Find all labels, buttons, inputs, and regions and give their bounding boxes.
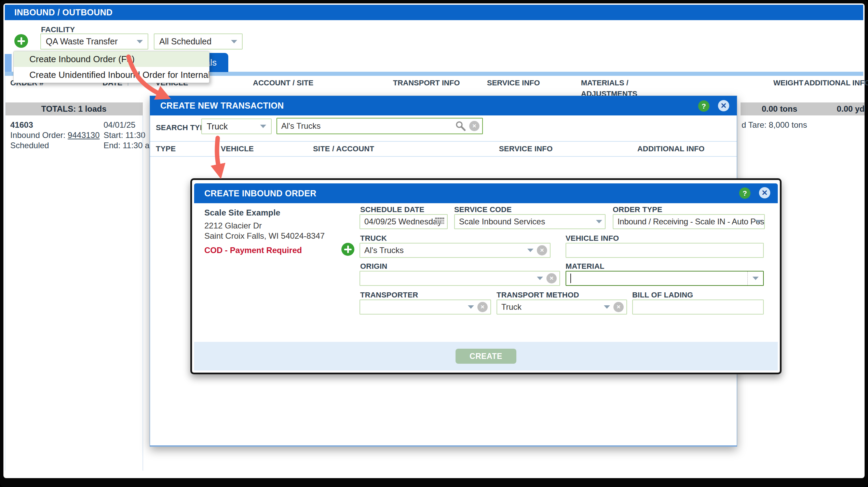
chevron-down-icon [537, 277, 543, 280]
transaction-modal-header[interactable]: CREATE NEW TRANSACTION [150, 96, 737, 115]
schedule-date-label: SCHEDULE DATE [360, 205, 424, 214]
menu-item-create-unidentified-inbound-order[interactable]: Create Unidentified Inbound Order for In… [14, 67, 209, 83]
transporter-select[interactable]: ✕ [360, 300, 491, 315]
schedule-date-field[interactable]: 04/09/25 Wednesday [360, 214, 448, 229]
inbound-modal-footer: CREATE [194, 342, 778, 371]
search-type-value: Truck [207, 122, 228, 131]
facility-select[interactable]: QA Waste Transfer [40, 33, 148, 50]
material-combobox[interactable] [566, 271, 764, 286]
txn-col-additional-info: ADDITIONAL INFO [637, 144, 705, 153]
site-address-line1: 2212 Glacier Dr [204, 221, 262, 231]
schedule-filter-value: All Scheduled [159, 37, 212, 46]
plus-icon [17, 37, 25, 45]
txn-col-vehicle: VEHICLE [221, 144, 254, 153]
clear-truck-icon[interactable]: ✕ [537, 245, 547, 255]
chevron-down-icon [604, 305, 610, 309]
inbound-order-link[interactable]: 9443130 [68, 130, 99, 140]
bill-of-lading-label: BILL OF LADING [632, 291, 693, 300]
order-type-label: ORDER TYPE [613, 205, 662, 214]
site-name: Scale Site Example [204, 208, 280, 218]
order-start-time: Start: 11:30 [104, 130, 145, 140]
close-button[interactable]: ✕ [718, 100, 729, 111]
clear-transport-method-icon[interactable]: ✕ [613, 302, 624, 312]
add-order-button[interactable] [14, 34, 28, 48]
search-icon[interactable] [456, 121, 466, 131]
col-account-site[interactable]: ACCOUNT / SITE [253, 79, 313, 87]
col-materials[interactable]: MATERIALS / [581, 79, 628, 87]
chevron-down-icon [596, 220, 602, 223]
origin-select[interactable]: ✕ [360, 271, 560, 286]
bill-of-lading-input[interactable] [632, 300, 764, 315]
material-label: MATERIAL [566, 262, 605, 271]
origin-label: ORIGIN [360, 262, 387, 271]
add-order-context-menu: Create Inbound Order (F5) Create Unident… [13, 51, 209, 83]
totals-label: TOTALS: 1 loads [41, 104, 106, 114]
col-weight[interactable]: WEIGHT [773, 79, 803, 87]
help-button[interactable]: ? [739, 187, 750, 199]
txn-col-service-info: SERVICE INFO [499, 144, 553, 153]
plus-icon [344, 246, 352, 253]
close-button[interactable]: ✕ [759, 187, 770, 198]
window-left-border [5, 76, 5, 471]
totals-yards: 0.00 yd [837, 104, 865, 114]
chevron-down-icon [231, 40, 237, 43]
totals-tons: 0.00 tons [762, 104, 797, 114]
chevron-down-icon [752, 277, 759, 280]
cod-warning: COD - Payment Required [204, 246, 302, 255]
vehicle-info-label: VEHICLE INFO [566, 234, 619, 243]
transaction-modal-title: CREATE NEW TRANSACTION [150, 101, 284, 111]
transport-method-value: Truck [501, 302, 521, 312]
inbound-modal-title: CREATE INBOUND ORDER [194, 189, 316, 198]
tare-info-partial: d Tare: 8,000 tons [742, 120, 807, 130]
calendar-icon[interactable] [435, 218, 444, 226]
chevron-down-icon [468, 305, 474, 309]
txn-col-site-account: SITE / ACCOUNT [313, 144, 374, 153]
help-button[interactable]: ? [698, 100, 709, 112]
service-code-value: Scale Inbound Services [459, 217, 545, 226]
clear-origin-icon[interactable]: ✕ [546, 273, 557, 283]
chevron-down-icon [755, 220, 761, 223]
facility-select-value: QA Waste Transfer [46, 37, 118, 46]
truck-select[interactable]: Al's Trucks ✕ [360, 243, 551, 258]
col-service-info[interactable]: SERVICE INFO [487, 79, 540, 87]
order-date: 04/01/25 [104, 120, 135, 130]
add-truck-button[interactable] [341, 243, 354, 256]
schedule-filter-select[interactable]: All Scheduled [154, 33, 243, 50]
order-type-select[interactable]: Inbound / Receiving - Scale IN - Auto Po… [613, 214, 765, 229]
truck-label: TRUCK [360, 234, 387, 243]
inbound-order-label: Inbound Order: [10, 130, 68, 140]
material-dropdown-zone[interactable] [747, 272, 763, 285]
divider [150, 141, 737, 142]
chevron-down-icon [137, 40, 143, 43]
menu-item-create-inbound-order[interactable]: Create Inbound Order (F5) [14, 51, 209, 67]
service-code-select[interactable]: Scale Inbound Services [454, 214, 606, 229]
page-title: INBOUND / OUTBOUND [5, 8, 112, 17]
list-panel-divider [143, 115, 143, 471]
application-window: INBOUND / OUTBOUND FACILITY QA Waste Tra… [0, 0, 868, 487]
txn-col-type: TYPE [156, 144, 176, 153]
text-cursor [570, 274, 571, 283]
facility-label: FACILITY [41, 25, 75, 34]
partial-tab[interactable] [5, 54, 12, 72]
chevron-down-icon [527, 249, 533, 252]
totals-weights-bar: 0.00 tons 0.00 yd [741, 102, 865, 115]
vehicle-info-input[interactable] [566, 243, 764, 258]
col-additional-info[interactable]: ADDITIONAL INFO [804, 79, 868, 87]
schedule-date-value: 04/09/25 Wednesday [364, 217, 442, 226]
search-input-value: Al's Trucks [281, 121, 321, 131]
site-address-line2: Saint Croix Falls, WI 54024-8347 [204, 231, 325, 241]
inbound-order-line: Inbound Order: 9443130 [10, 130, 100, 140]
truck-value: Al's Trucks [364, 246, 404, 255]
vehicle-search-input[interactable]: Al's Trucks ✕ [276, 118, 483, 134]
clear-transporter-icon[interactable]: ✕ [477, 302, 488, 312]
inbound-modal-header[interactable]: CREATE INBOUND ORDER [194, 183, 778, 203]
search-type-select[interactable]: Truck [201, 119, 272, 134]
col-transport-info[interactable]: TRANSPORT INFO [393, 79, 460, 87]
chevron-down-icon [260, 125, 266, 128]
transport-method-label: TRANSPORT METHOD [497, 291, 579, 300]
order-number[interactable]: 41603 [10, 120, 33, 130]
order-type-value: Inbound / Receiving - Scale IN - Auto Po… [618, 217, 765, 226]
create-button[interactable]: CREATE [456, 349, 516, 364]
transport-method-select[interactable]: Truck ✕ [497, 300, 627, 315]
clear-search-icon[interactable]: ✕ [469, 121, 479, 131]
